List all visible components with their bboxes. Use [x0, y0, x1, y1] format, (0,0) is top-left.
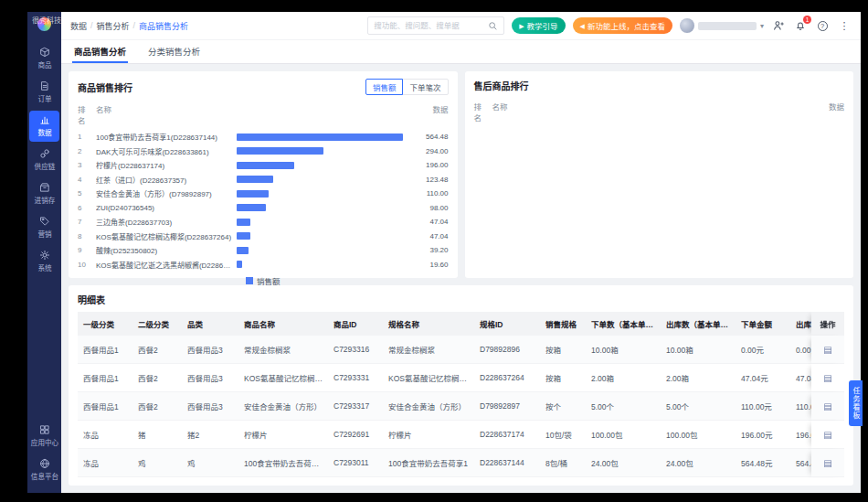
column-header: 下单金额 — [736, 312, 790, 336]
detail-table-wrap[interactable]: 一级分类二级分类品类商品名称商品ID规格名称规格ID销售规格下单数（基本单位）出… — [78, 312, 844, 478]
column-header: 一级分类 — [78, 312, 132, 336]
chart-rank: 7 — [78, 218, 92, 226]
cell: 100.00包 — [586, 421, 661, 449]
sidebar-item-label: 商品 — [37, 59, 51, 69]
toggle-order-count[interactable]: 下单笔次 — [402, 79, 448, 95]
column-header: 操作 — [811, 312, 844, 336]
chart-rank: 2 — [78, 147, 92, 155]
chart-row: 6ZUI(D240736545)98.00 — [78, 201, 449, 216]
chart-rank: 3 — [78, 161, 92, 169]
after-sale-header: 售后商品排行 — [474, 79, 845, 92]
sidebar-item-supply-chain[interactable]: 供应链 — [29, 144, 59, 176]
chart-value: 47.04 — [407, 232, 449, 240]
invite-user-button[interactable] — [771, 18, 786, 33]
sidebar-item-inventory[interactable]: 进销存 — [29, 178, 59, 209]
cell: 西餐用品1 — [78, 392, 132, 421]
chart-value: 123.48 — [407, 176, 449, 184]
table-row: 冻品猪猪2柠檬片C7292691柠檬片D22863717410包/袋100.00… — [78, 421, 844, 449]
cell: 常规金棕榈浆 — [238, 336, 328, 364]
sales-chart-rows: 1100食宜带奶去吾荷享1(D228637144)564.482DAK大可乐可乐… — [78, 130, 449, 272]
task-board-tab[interactable]: 任务看板 — [849, 380, 863, 426]
account-menu[interactable]: ▾ — [680, 18, 764, 33]
sidebar-item-system[interactable]: 系统 — [29, 246, 59, 277]
notifications-button[interactable]: 1 — [793, 18, 808, 33]
sidebar-item-info-platform[interactable]: 信息平台 — [29, 454, 59, 486]
search-input[interactable] — [374, 21, 484, 30]
cell: 0.00元 — [736, 336, 790, 364]
cell: 西餐用品3 — [182, 392, 238, 421]
cell: 196.00元 — [736, 421, 790, 449]
cell: D79892897 — [474, 392, 540, 421]
gear-icon — [39, 250, 50, 261]
breadcrumb-separator: / — [90, 21, 93, 30]
chart-row: 1100食宜带奶去吾荷享1(D228637144)564.48 — [78, 130, 449, 144]
cell: 110.00元 — [736, 392, 790, 421]
table-row: 西餐用品1西餐2西餐用品3安佳合金黄油（方形）C7293317安佳合金黄油（方形… — [78, 392, 844, 421]
column-header: 商品名称 — [238, 312, 328, 336]
sidebar-item-label: 信息平台 — [30, 471, 58, 480]
global-search[interactable] — [367, 16, 504, 35]
sidebar-item-marketing[interactable]: 营销 — [29, 212, 59, 243]
sidebar-item-label: 系统 — [37, 262, 51, 272]
tab-1[interactable]: 商品销售分析 — [72, 40, 128, 63]
chart-rank: 5 — [78, 189, 92, 198]
action-cell: ▤ — [811, 364, 844, 392]
table-row: 西餐用品1西餐2西餐用品3KOS氨基酸记忆棕榈达椰浆C7293331KOS氨基酸… — [78, 364, 844, 392]
breadcrumb-item[interactable]: 销售分析 — [97, 20, 130, 32]
chart-bar — [237, 176, 273, 183]
detail-action-icon[interactable]: ▤ — [823, 373, 831, 383]
main-area: 数据/销售分析/商品销售分析 ▶ 教学引导 ◀ 新功能上线，点击查看 — [61, 12, 861, 493]
chart-bar — [237, 204, 266, 211]
column-header: 品类 — [182, 312, 238, 336]
sidebar-item-orders[interactable]: 订单 — [29, 77, 59, 108]
sidebar-item-app-center[interactable]: 应用中心 — [29, 421, 59, 452]
cell: 10.00箱 — [586, 336, 661, 364]
cell: 鸡 — [132, 449, 182, 477]
cell: D228637144 — [474, 449, 540, 477]
name-column-label: 名称 — [492, 101, 799, 123]
chart-rank: 8 — [78, 232, 92, 240]
more-button[interactable]: ⋮ — [837, 18, 852, 33]
chart-product-name: DAK大可乐可乐味浆(D228633861) — [96, 146, 233, 156]
chart-rank: 10 — [78, 261, 92, 269]
breadcrumb-item: 商品销售分析 — [139, 20, 188, 32]
chart-row: 3柠檬片(D228637174)196.00 — [78, 158, 449, 173]
detail-action-icon[interactable]: ▤ — [823, 345, 831, 355]
chart-product-name: 红茶（进口）(D228637357) — [96, 175, 233, 185]
top-bar: 数据/销售分析/商品销售分析 ▶ 教学引导 ◀ 新功能上线，点击查看 — [61, 12, 861, 39]
detail-action-icon[interactable]: ▤ — [823, 458, 831, 468]
chart-value: 196.00 — [407, 161, 449, 169]
detail-action-icon[interactable]: ▤ — [823, 430, 831, 440]
chain-link-icon — [39, 148, 50, 159]
guide-button[interactable]: ▶ 教学引导 — [512, 17, 565, 34]
metric-toggle: 销售额 下单笔次 — [365, 79, 449, 95]
avatar — [680, 18, 694, 33]
sidebar-item-label: 营销 — [37, 229, 51, 238]
tab-2[interactable]: 分类销售分析 — [146, 40, 202, 63]
cell: C7293317 — [328, 392, 383, 421]
new-feature-button[interactable]: ◀ 新功能上线，点击查看 — [573, 17, 672, 34]
cell: C7293316 — [328, 336, 383, 364]
chart-bar — [237, 190, 269, 198]
sidebar-item-data[interactable]: 数据 — [29, 111, 59, 142]
toggle-sales-amount[interactable]: 销售额 — [365, 79, 404, 95]
cell: D228637264 — [474, 364, 540, 392]
sidebar-item-label: 数据 — [37, 127, 51, 136]
cell: 西餐用品1 — [78, 336, 132, 364]
megaphone-icon: ◀ — [580, 23, 585, 29]
breadcrumb-item[interactable]: 数据 — [70, 20, 87, 32]
sidebar-item-goods[interactable]: 商品 — [29, 43, 59, 74]
search-icon[interactable] — [488, 21, 498, 31]
chart-row: 4红茶（进口）(D228637357)123.48 — [78, 173, 449, 187]
chart-value: 564.48 — [407, 133, 449, 141]
sidebar-item-label: 进销存 — [34, 195, 55, 204]
brand-logo-icon[interactable] — [37, 17, 51, 31]
help-button[interactable]: ? — [815, 18, 830, 33]
guide-button-label: 教学引导 — [527, 20, 558, 31]
cell: 100.00包 — [661, 421, 736, 449]
sales-ranking-title: 商品销售排行 — [78, 80, 132, 94]
chart-product-name: 三边角茶(D228637703) — [96, 217, 233, 227]
cell: 5.00个 — [661, 392, 736, 421]
detail-action-icon[interactable]: ▤ — [823, 401, 831, 411]
action-cell: ▤ — [811, 336, 844, 364]
